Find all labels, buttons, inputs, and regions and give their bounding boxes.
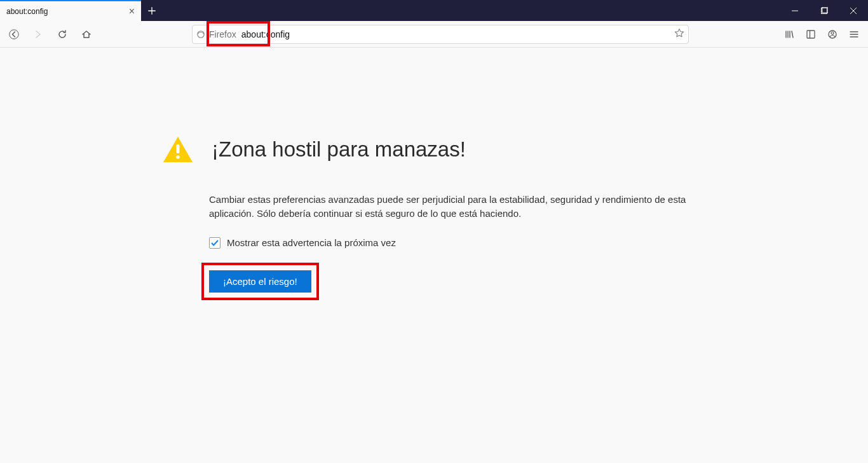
svg-point-2: [10, 29, 18, 38]
tab-strip: about:config ×: [0, 0, 162, 21]
content-area: ¡Zona hostil para manazas! Cambiar estas…: [0, 48, 868, 463]
titlebar: about:config ×: [0, 0, 868, 21]
svg-rect-4: [807, 31, 815, 38]
firefox-icon: [196, 30, 205, 39]
window-controls: [780, 0, 868, 21]
minimize-button[interactable]: [780, 0, 810, 21]
accept-risk-button[interactable]: ¡Acepto el riesgo!: [209, 270, 311, 293]
sidebar-button[interactable]: [801, 24, 821, 45]
url-text: about:config: [241, 29, 669, 39]
show-warning-checkbox[interactable]: [209, 237, 220, 249]
warning-description: Cambiar estas preferencias avanzadas pue…: [209, 193, 692, 221]
svg-point-9: [176, 155, 180, 159]
close-tab-icon[interactable]: ×: [129, 6, 135, 17]
close-window-button[interactable]: [839, 0, 868, 21]
back-button[interactable]: [4, 24, 24, 45]
maximize-button[interactable]: [810, 0, 839, 21]
identity-label: Firefox: [209, 29, 236, 39]
bookmark-star-icon[interactable]: [674, 28, 684, 40]
browser-tab[interactable]: about:config ×: [0, 0, 141, 21]
url-bar[interactable]: Firefox about:config: [192, 25, 689, 44]
new-tab-button[interactable]: [141, 0, 162, 21]
toolbar-right-icons: [779, 24, 864, 45]
warning-title: ¡Zona hostil para manazas!: [212, 137, 466, 162]
forward-button: [28, 24, 48, 45]
tab-title: about:config: [6, 7, 124, 16]
show-warning-checkbox-row: Mostrar esta advertencia la próxima vez: [209, 237, 709, 249]
accept-button-wrap: ¡Acepto el riesgo!: [209, 270, 311, 293]
svg-point-7: [831, 32, 834, 34]
show-warning-checkbox-label: Mostrar esta advertencia la próxima vez: [227, 237, 396, 248]
app-menu-button[interactable]: [844, 24, 864, 45]
reload-button[interactable]: [52, 24, 72, 45]
library-button[interactable]: [779, 24, 799, 45]
account-button[interactable]: [822, 24, 843, 45]
identity-box[interactable]: Firefox: [196, 29, 236, 39]
warning-card: ¡Zona hostil para manazas! Cambiar estas…: [162, 135, 709, 293]
warning-header: ¡Zona hostil para manazas!: [162, 135, 709, 163]
warning-icon: [162, 135, 194, 163]
nav-toolbar: Firefox about:config: [0, 21, 868, 48]
svg-rect-8: [177, 144, 180, 153]
home-button[interactable]: [76, 24, 97, 45]
